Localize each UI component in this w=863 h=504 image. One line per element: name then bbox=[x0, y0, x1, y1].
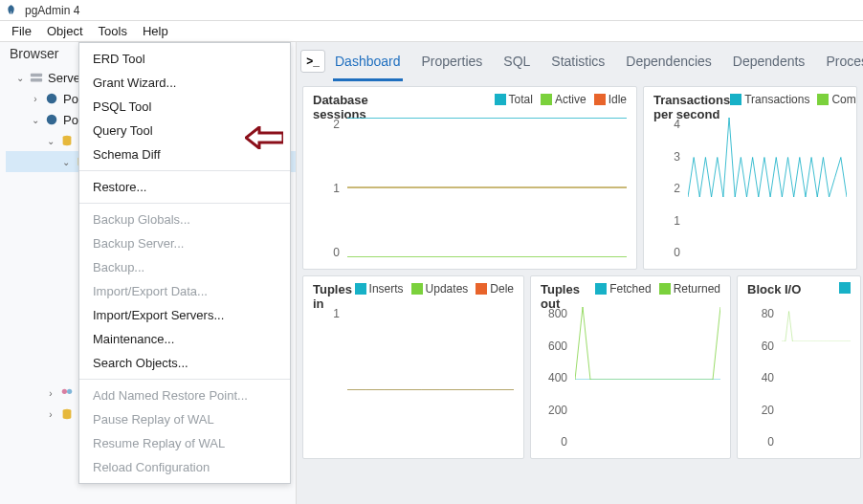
caret-down-icon: ⌄ bbox=[61, 157, 71, 167]
tab-statistics[interactable]: Statistics bbox=[549, 48, 607, 81]
caret-right-icon: › bbox=[46, 409, 55, 420]
menu-search-objects[interactable]: Search Objects... bbox=[79, 351, 290, 375]
menu-backup: Backup... bbox=[79, 255, 290, 279]
swatch-returned bbox=[659, 283, 671, 295]
roles-icon bbox=[59, 385, 75, 401]
y-axis-ticks: 43210 bbox=[653, 118, 686, 259]
menu-backup-server: Backup Server... bbox=[79, 231, 290, 255]
swatch-active bbox=[541, 94, 552, 105]
tab-processes[interactable]: Processes bbox=[824, 48, 863, 81]
card-tuples-out: Tuples out Fetched Returned 800600400200… bbox=[530, 275, 731, 459]
card-database-sessions: Database sessions Total Active Idle 210 bbox=[302, 86, 637, 270]
main-tabs: Dashboard Properties SQL Statistics Depe… bbox=[333, 48, 863, 81]
pgadmin-logo-icon bbox=[6, 4, 19, 17]
card-transactions-per-second: Transactions per second Transactions Com… bbox=[643, 86, 857, 270]
caret-down-icon: ⌄ bbox=[15, 73, 25, 83]
quick-console-button[interactable]: >_ bbox=[300, 50, 325, 73]
swatch-deletes bbox=[476, 283, 487, 295]
annotation-arrow-icon bbox=[245, 126, 283, 153]
tab-dependents[interactable]: Dependents bbox=[731, 48, 808, 81]
svg-point-3 bbox=[47, 115, 57, 125]
chart-plot bbox=[575, 307, 720, 380]
menu-import-export-servers[interactable]: Import/Export Servers... bbox=[79, 303, 290, 327]
menu-maintenance[interactable]: Maintenance... bbox=[79, 327, 290, 351]
tab-dependencies[interactable]: Dependencies bbox=[624, 48, 714, 81]
menu-restore[interactable]: Restore... bbox=[79, 175, 290, 199]
database-icon bbox=[59, 133, 75, 148]
tab-sql[interactable]: SQL bbox=[501, 48, 532, 81]
legend: Total Active Idle bbox=[495, 93, 627, 106]
swatch-commits bbox=[817, 94, 829, 105]
menu-reload-configuration: Reload Configuration bbox=[79, 455, 290, 479]
menu-tools[interactable]: Tools bbox=[91, 22, 135, 40]
y-axis-ticks: 210 bbox=[313, 118, 345, 259]
tools-dropdown-menu: ERD Tool Grant Wizard... PSQL Tool Query… bbox=[78, 42, 291, 484]
menu-pause-replay-wal: Pause Replay of WAL bbox=[79, 407, 290, 431]
server-group-icon bbox=[29, 70, 44, 85]
menu-file[interactable]: File bbox=[4, 22, 39, 40]
menu-resume-replay-wal: Resume Replay of WAL bbox=[79, 431, 290, 455]
swatch-idle bbox=[594, 94, 606, 105]
swatch-total bbox=[495, 94, 506, 105]
swatch-fetched bbox=[595, 283, 607, 295]
menu-import-export-data: Import/Export Data... bbox=[79, 279, 290, 303]
legend: Fetched Returned bbox=[595, 282, 720, 296]
y-axis-ticks: 806040200 bbox=[747, 307, 780, 449]
svg-point-2 bbox=[47, 94, 57, 104]
menu-add-named-restore-point: Add Named Restore Point... bbox=[79, 383, 290, 407]
chart-plot bbox=[347, 118, 627, 257]
tab-properties[interactable]: Properties bbox=[420, 48, 485, 81]
prompt-icon: >_ bbox=[306, 55, 320, 68]
elephant-icon bbox=[44, 91, 59, 106]
tablespace-icon bbox=[59, 406, 75, 422]
menu-object[interactable]: Object bbox=[39, 22, 91, 40]
caret-right-icon: › bbox=[46, 388, 55, 399]
menu-bar: File Object Tools Help bbox=[0, 21, 863, 42]
swatch-updates bbox=[411, 283, 423, 295]
svg-rect-1 bbox=[31, 78, 42, 82]
card-tuples-in: Tuples in Inserts Updates Dele 1 bbox=[302, 275, 524, 459]
tree-node-label: Po bbox=[63, 113, 78, 127]
caret-down-icon: ⌄ bbox=[46, 136, 55, 146]
menu-help[interactable]: Help bbox=[135, 22, 176, 40]
swatch-transactions bbox=[730, 94, 741, 105]
swatch-blockio bbox=[839, 282, 851, 294]
caret-right-icon: › bbox=[31, 94, 40, 104]
menu-psql-tool[interactable]: PSQL Tool bbox=[79, 95, 290, 119]
svg-point-6 bbox=[62, 389, 67, 394]
legend: Inserts Updates Dele bbox=[355, 282, 514, 296]
card-block-io: Block I/O 806040200 bbox=[737, 275, 861, 459]
y-axis-ticks: 8006004002000 bbox=[541, 307, 573, 449]
main-pane: >_ Dashboard Properties SQL Statistics D… bbox=[297, 42, 863, 504]
chart-plot bbox=[782, 307, 851, 341]
menu-erd-tool[interactable]: ERD Tool bbox=[79, 47, 290, 71]
y-axis-ticks: 1 bbox=[313, 307, 345, 449]
chart-plot bbox=[688, 118, 847, 197]
tab-dashboard[interactable]: Dashboard bbox=[333, 48, 403, 81]
legend bbox=[839, 282, 851, 294]
app-title: pgAdmin 4 bbox=[25, 4, 79, 17]
swatch-inserts bbox=[355, 283, 366, 295]
menu-backup-globals: Backup Globals... bbox=[79, 208, 290, 231]
browser-pane: Browser ⌄ Servers › Po ⌄ bbox=[0, 42, 297, 504]
card-title: Block I/O bbox=[747, 282, 801, 296]
elephant-icon bbox=[44, 112, 59, 127]
title-bar: pgAdmin 4 bbox=[0, 0, 863, 21]
menu-grant-wizard[interactable]: Grant Wizard... bbox=[79, 71, 290, 95]
svg-point-7 bbox=[67, 389, 72, 394]
chart-plot bbox=[347, 307, 514, 390]
tree-node-label: Po bbox=[63, 92, 78, 106]
svg-rect-0 bbox=[31, 74, 42, 77]
legend: Transactions Com bbox=[730, 93, 856, 106]
caret-down-icon: ⌄ bbox=[31, 115, 40, 125]
